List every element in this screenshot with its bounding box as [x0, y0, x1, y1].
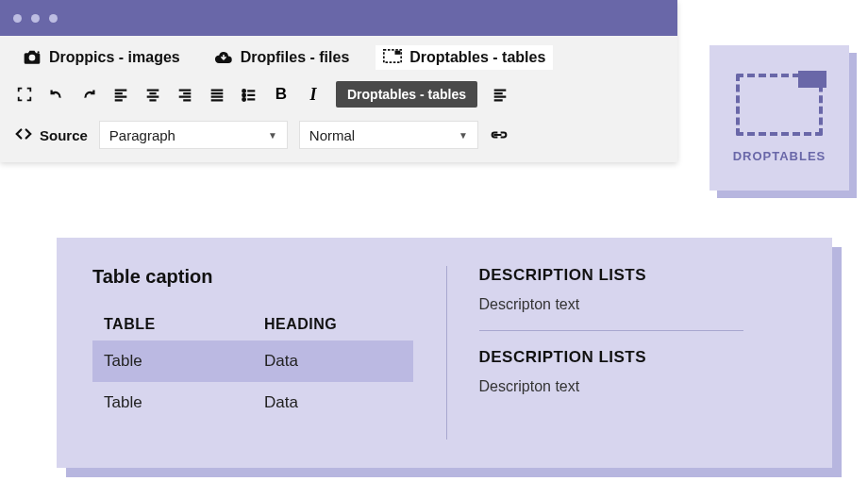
chevron-down-icon: ▼ [268, 130, 277, 141]
align-left-icon[interactable] [111, 85, 130, 104]
window-dot [13, 14, 22, 23]
tab-dropfiles[interactable]: Dropfiles - files [207, 45, 358, 70]
tab-droptables[interactable]: Droptables - tables [376, 45, 553, 70]
select-value: Normal [309, 127, 355, 143]
editor-window: Droppics - images Dropfiles - files Drop… [0, 0, 677, 162]
chevron-down-icon: ▼ [459, 130, 468, 141]
svg-point-4 [242, 90, 245, 92]
table-header-cell: HEADING [253, 308, 413, 340]
table-row: Table Data [92, 382, 413, 423]
table-row: Table Data [92, 340, 413, 382]
description-list-text: Descripton text [479, 296, 805, 313]
bold-icon[interactable]: B [272, 85, 291, 104]
undo-icon[interactable] [47, 85, 66, 104]
editor-second-row: Source Paragraph ▼ Normal ▼ [0, 113, 677, 162]
plugin-tabs: Droppics - images Dropfiles - files Drop… [0, 36, 677, 75]
svg-point-1 [38, 51, 40, 53]
svg-rect-3 [395, 51, 401, 55]
table-header-cell: TABLE [92, 308, 253, 340]
align-right-icon[interactable] [175, 85, 194, 104]
droptables-sidecard: DROPTABLES [709, 45, 849, 191]
tab-label: Droptables - tables [409, 49, 545, 66]
droptables-icon [383, 49, 402, 66]
table-cell: Data [253, 382, 413, 423]
tab-droppics[interactable]: Droppics - images [15, 45, 188, 70]
link-icon[interactable] [490, 125, 509, 144]
svg-point-6 [242, 98, 245, 101]
table-caption: Table caption [92, 266, 418, 288]
sidecard-label: DROPTABLES [733, 149, 826, 163]
italic-icon[interactable]: I [304, 85, 323, 104]
description-list-text: Descripton text [479, 378, 805, 395]
window-titlebar [0, 0, 677, 36]
table-cell: Table [92, 340, 253, 382]
redo-icon[interactable] [79, 85, 98, 104]
paragraph-select[interactable]: Paragraph ▼ [99, 121, 288, 149]
source-toggle[interactable]: Source [15, 127, 88, 143]
panel-left: Table caption TABLE HEADING Table Data T… [57, 238, 446, 468]
tab-label: Droppics - images [49, 49, 180, 66]
panel-right: DESCRIPTION LISTS Descripton text DESCRI… [447, 238, 833, 468]
list-separator [479, 330, 743, 331]
bullet-list-icon[interactable] [240, 85, 259, 104]
table-cell: Data [253, 340, 413, 382]
code-icon [15, 127, 32, 143]
table-head: TABLE HEADING [92, 308, 413, 340]
window-dot [49, 14, 58, 23]
sidecard[interactable]: DROPTABLES [709, 45, 849, 191]
align-center-icon[interactable] [143, 85, 162, 104]
cloud-download-icon [214, 49, 233, 66]
svg-point-0 [29, 55, 36, 61]
description-list-title: DESCRIPTION LISTS [479, 266, 805, 285]
description-list-title: DESCRIPTION LISTS [479, 348, 805, 367]
sample-table: TABLE HEADING Table Data Table Data [92, 308, 413, 423]
window-dot [31, 14, 40, 23]
svg-point-5 [242, 94, 245, 97]
preview-panel: Table caption TABLE HEADING Table Data T… [57, 238, 832, 468]
tab-label: Dropfiles - files [241, 49, 350, 66]
fullscreen-icon[interactable] [15, 85, 34, 104]
camera-icon [23, 49, 42, 66]
droptables-logo-icon [736, 74, 823, 136]
source-label: Source [40, 127, 88, 143]
align-extra-icon[interactable] [491, 85, 509, 104]
font-weight-select[interactable]: Normal ▼ [299, 121, 478, 149]
editor-toolbar: B I Droptables - tables [0, 75, 677, 113]
align-justify-icon[interactable] [208, 85, 226, 104]
droptables-pill[interactable]: Droptables - tables [336, 81, 477, 108]
select-value: Paragraph [109, 127, 175, 143]
table-cell: Table [92, 382, 253, 423]
